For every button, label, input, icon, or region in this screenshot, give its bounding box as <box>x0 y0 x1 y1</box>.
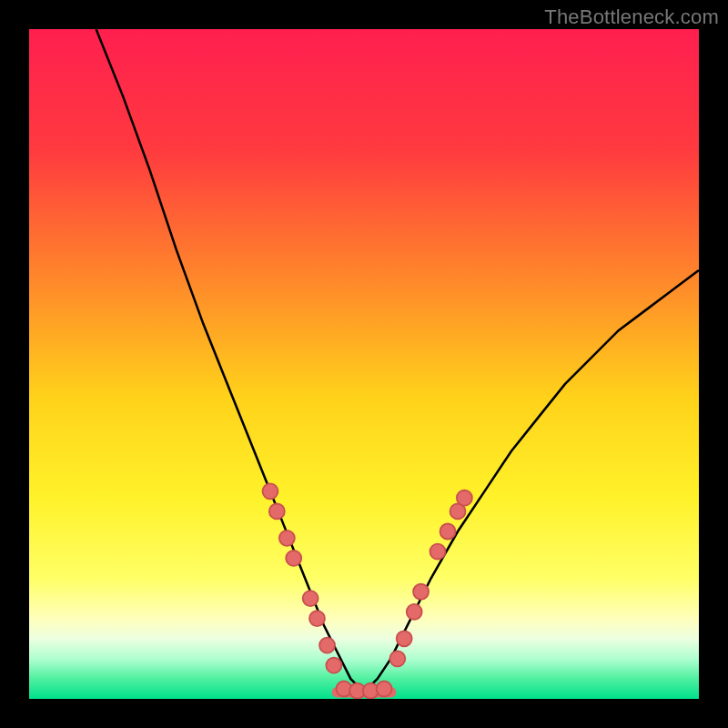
marker-dot <box>262 483 278 499</box>
curves-layer <box>29 29 699 699</box>
marker-dot <box>389 651 405 666</box>
marker-dot <box>269 503 285 519</box>
marker-dot <box>457 490 472 506</box>
right-curve <box>364 270 699 693</box>
marker-dot <box>397 631 412 646</box>
marker-dot <box>319 638 335 653</box>
marker-dot <box>326 658 341 673</box>
marker-dot <box>279 531 295 546</box>
marker-dot <box>430 544 445 560</box>
marker-dot <box>407 604 422 620</box>
marker-dot <box>286 551 301 566</box>
marker-dot <box>309 611 325 626</box>
marker-dot <box>377 681 392 696</box>
marker-dot <box>440 524 456 540</box>
left-curve <box>96 29 364 693</box>
marker-dot <box>413 584 429 600</box>
plot-area <box>29 29 699 699</box>
marker-dot <box>303 591 318 606</box>
markers <box>262 483 471 698</box>
chart-stage: TheBottleneck.com <box>0 0 728 728</box>
attribution-label: TheBottleneck.com <box>544 5 719 29</box>
